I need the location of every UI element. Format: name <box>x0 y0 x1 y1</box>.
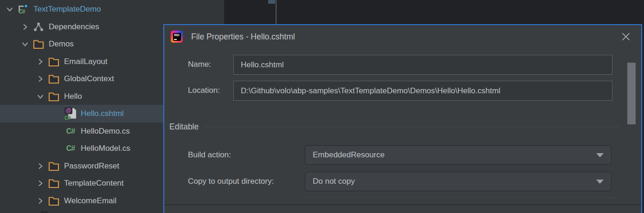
tree-item-label: TextTemplateDemo <box>33 5 101 14</box>
tree-item-label: HelloModel.cs <box>81 144 130 153</box>
tree-item-texttemplatedemo[interactable]: C# TextTemplateDemo <box>0 0 224 18</box>
next-section-divider <box>305 197 618 198</box>
folder-icon <box>32 35 45 53</box>
name-label: Name: <box>188 55 211 74</box>
tree-item-label: Dependencies <box>49 22 99 32</box>
dropdown-arrow-icon <box>596 153 604 157</box>
chevron-right-icon[interactable] <box>33 70 47 88</box>
build-action-dropdown[interactable]: EmbeddedResource <box>305 145 612 165</box>
ide-screen: C# TextTemplateDemo Dependencies Demos <box>0 0 644 213</box>
build-action-label: Build action: <box>188 145 231 165</box>
file-properties-dialog: RD File Properties - Hello.cshtml Name: … <box>163 24 642 213</box>
tree-item-label: PasswordReset <box>64 161 119 171</box>
folder-icon <box>47 157 60 175</box>
section-divider <box>205 127 619 127</box>
editor-divider <box>276 0 277 25</box>
tree-item-label: GlobalContext <box>64 74 114 84</box>
dropdown-arrow-icon <box>596 180 604 184</box>
partially-visible-tree-item <box>41 211 48 213</box>
location-label: Location: <box>188 81 220 100</box>
folder-icon <box>47 88 60 105</box>
dependencies-icon <box>32 18 45 36</box>
chevron-right-icon[interactable] <box>18 18 32 36</box>
copy-to-output-value: Do not copy <box>313 177 355 186</box>
editable-section-header: Editable <box>169 117 619 136</box>
csharp-file-icon: C# <box>64 123 77 140</box>
razor-file-icon: @ C# <box>64 105 77 123</box>
dialog-title: File Properties - Hello.cshtml <box>191 32 295 42</box>
section-label: Editable <box>169 122 199 132</box>
copy-to-output-dropdown[interactable]: Do not copy <box>305 172 612 191</box>
dialog-footer-divider <box>164 204 641 205</box>
folder-icon <box>47 174 60 192</box>
folder-icon <box>47 70 60 88</box>
folder-icon <box>47 192 60 210</box>
csharp-file-icon: C# <box>64 140 77 157</box>
dialog-scrollbar-thumb[interactable] <box>627 63 636 124</box>
close-icon[interactable] <box>620 31 632 43</box>
dialog-title-bar: RD File Properties - Hello.cshtml <box>164 25 641 48</box>
copy-to-output-label: Copy to output directory: <box>188 172 274 191</box>
tree-item-label: Hello.cshtml <box>81 109 124 118</box>
tree-item-label: WelcomeEmail <box>64 196 116 206</box>
chevron-down-icon[interactable] <box>33 88 47 105</box>
build-action-value: EmbeddedResource <box>313 150 385 160</box>
chevron-down-icon[interactable] <box>3 0 17 18</box>
folder-icon <box>47 53 60 71</box>
name-input[interactable] <box>233 55 612 75</box>
editor-scrollbar-thumb[interactable] <box>268 0 275 4</box>
tree-item-label: Demos <box>49 39 74 49</box>
project-icon: C# <box>17 0 30 18</box>
tree-item-label: TemplateContent <box>64 179 124 188</box>
rider-logo-icon: RD <box>171 31 183 43</box>
tree-item-label: Hello <box>64 92 82 101</box>
location-input[interactable] <box>233 81 612 101</box>
tree-item-label: EmailLayout <box>64 57 108 66</box>
chevron-right-icon[interactable] <box>33 174 47 192</box>
chevron-right-icon[interactable] <box>33 157 47 175</box>
chevron-down-icon[interactable] <box>18 35 32 53</box>
chevron-right-icon[interactable] <box>33 53 47 71</box>
chevron-right-icon[interactable] <box>33 192 47 210</box>
tree-item-label: HelloDemo.cs <box>81 127 130 136</box>
